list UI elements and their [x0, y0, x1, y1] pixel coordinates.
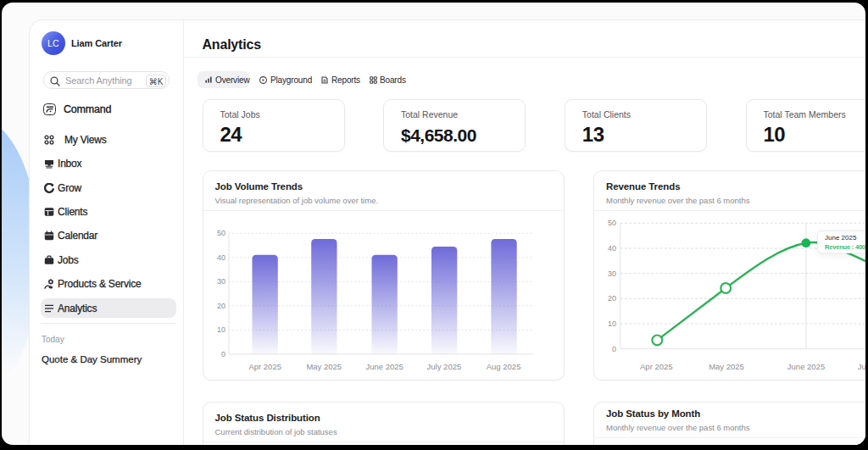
svg-text:30: 30 [216, 277, 225, 286]
svg-text:May 2025: May 2025 [306, 362, 342, 371]
svg-text:June 2025: June 2025 [787, 362, 825, 371]
svg-text:Aug 2025: Aug 2025 [486, 362, 520, 371]
svg-text:20: 20 [608, 294, 616, 303]
svg-text:40: 40 [608, 244, 616, 253]
svg-text:40: 40 [216, 253, 225, 262]
svg-text:May 2025: May 2025 [709, 362, 744, 371]
svg-text:June 2025: June 2025 [365, 362, 403, 371]
svg-text:50: 50 [608, 219, 616, 227]
svg-text:Apr 2025: Apr 2025 [640, 362, 673, 371]
svg-text:10: 10 [216, 325, 225, 334]
svg-text:20: 20 [216, 302, 225, 310]
svg-text:0: 0 [220, 350, 225, 358]
svg-text:50: 50 [216, 229, 225, 237]
svg-text:Apr 2025: Apr 2025 [248, 362, 281, 371]
svg-text:30: 30 [608, 269, 616, 278]
svg-text:July 2025: July 2025 [858, 362, 865, 371]
svg-text:July 2025: July 2025 [426, 362, 461, 371]
svg-text:10: 10 [608, 319, 616, 328]
svg-text:0: 0 [612, 345, 616, 353]
